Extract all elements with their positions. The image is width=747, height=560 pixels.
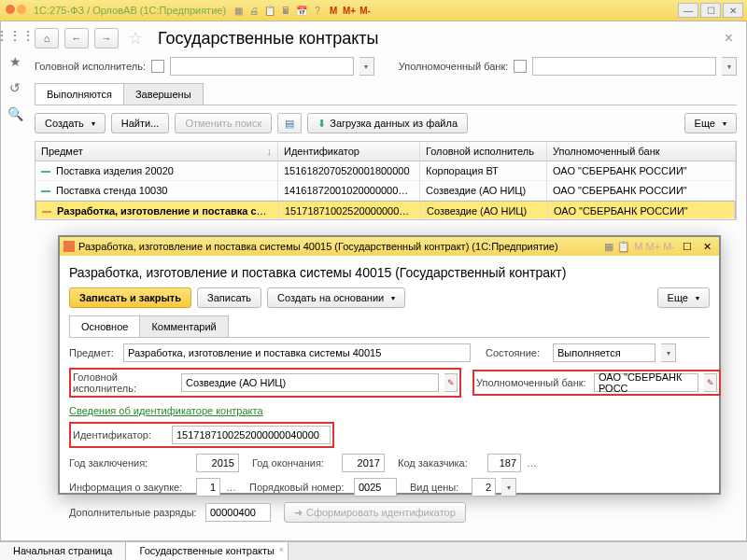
more-button[interactable]: Еще▾ [684,113,737,133]
filter-exec-select[interactable] [170,57,354,76]
tab-finished[interactable]: Завершены [123,83,204,105]
input-price-kind[interactable]: 2 [472,478,496,497]
load-from-file-button[interactable]: ⬇Загрузка данных из файла [307,113,468,133]
bank-lookup-icon[interactable]: ✎ [704,373,717,392]
col-exec[interactable]: Головной исполнитель [420,142,547,161]
generate-id-button[interactable]: ➜Сформировать идентификатор [284,502,466,523]
price-dropdown[interactable]: ▾ [501,478,516,497]
input-state[interactable]: Выполняется [553,343,655,362]
m-button[interactable]: M [327,4,340,17]
filter-exec-dropdown[interactable]: ▾ [359,57,374,76]
filter-exec-label: Головной исполнитель: [35,61,146,72]
list-settings-icon[interactable]: ▤ [277,113,302,133]
m-minus-button[interactable]: M- [359,4,372,17]
left-sidebar: ⋮⋮⋮ ★ ↺ 🔍 [1,21,29,540]
table-row[interactable]: Разработка, изготовление и поставка сист… [35,201,736,219]
input-subject[interactable]: Разработка, изготовление и поставка сист… [123,343,471,362]
star-icon[interactable]: ★ [7,53,23,70]
forward-button[interactable]: → [94,28,119,49]
maximize-button[interactable]: ☐ [700,3,721,18]
filter-bank-dropdown[interactable]: ▾ [722,57,737,76]
close-tab-icon[interactable]: × [279,545,284,554]
input-bank[interactable]: ОАО "СБЕРБАНК РОСС [594,373,698,392]
close-page-button[interactable]: × [721,30,737,47]
favorite-icon[interactable]: ☆ [128,28,143,49]
system-tool-icons: ▦ 🖨 📋 🖩 📅 ? M M+ M- [232,4,372,17]
input-year-start[interactable]: 2015 [196,454,239,472]
proc-more-button[interactable]: … [226,482,236,493]
label-customer-code: Код заказчика: [398,457,482,469]
clipboard-icon[interactable]: 📋 [263,4,276,17]
col-subject[interactable]: Предмет↓ [35,142,278,161]
input-seq[interactable]: 0025 [354,478,397,497]
dialog-more-button[interactable]: Еще▾ [657,287,710,308]
input-extra[interactable]: 00000400 [205,503,271,522]
tab-active[interactable]: Выполняются [35,83,124,105]
help-icon[interactable]: ? [311,4,324,17]
filter-exec-checkbox[interactable] [151,60,164,73]
input-year-end[interactable]: 2017 [342,454,385,472]
label-year-start: Год заключения: [69,457,190,469]
dialog-window-title: Разработка, изготовление и поставка сист… [78,241,558,252]
create-button[interactable]: Создать▾ [35,113,106,133]
dialog-m[interactable]: M M+ M- [634,241,675,252]
find-button[interactable]: Найти... [111,113,170,133]
home-button[interactable]: ⌂ [35,28,59,49]
label-seq: Порядковый номер: [249,482,348,493]
calendar-icon[interactable]: 📅 [295,4,308,17]
input-procurement[interactable]: 1 [196,478,220,497]
page-title: Государственные контракты [158,29,378,49]
dialog-restore-button[interactable]: ☐ [679,241,696,253]
label-bank: Уполномоченный банк: [476,377,588,388]
dialog-heading: Разработка, изготовление и поставка сист… [69,265,710,280]
menu-icon[interactable]: ▦ [232,4,245,17]
dialog-tool-icon[interactable]: ▦ [604,241,613,253]
exec-lookup-icon[interactable]: ✎ [444,373,458,392]
bottom-tab-home[interactable]: Начальная страница [0,542,126,560]
save-close-button[interactable]: Записать и закрыть [69,287,191,308]
label-id: Идентификатор: [73,429,166,441]
dialog-tab-main[interactable]: Основное [69,315,140,337]
table-row[interactable]: Поставка стенда 10030 141618720010200000… [35,181,736,201]
print-icon[interactable]: 🖨 [247,4,261,17]
state-dropdown[interactable]: ▾ [661,343,676,362]
filter-bank-checkbox[interactable] [514,60,527,73]
contract-dialog: Разработка, изготовление и поставка сист… [58,235,721,495]
create-based-button[interactable]: Создать на основании▾ [267,287,405,308]
window-title: 1С:275-ФЗ / ОрловАВ (1С:Предприятие) [34,5,226,16]
bottom-tab-contracts[interactable]: Государственные контракты× [126,542,289,560]
label-price-kind: Вид цены: [410,482,466,493]
label-subject: Предмет: [69,347,118,358]
dialog-tab-comment[interactable]: Комментарий [139,315,228,337]
label-procurement: Информация о закупке: [69,482,190,493]
cancel-find-button[interactable]: Отменить поиск [175,113,272,133]
history-icon[interactable]: ↺ [7,79,23,96]
save-button[interactable]: Записать [197,287,261,308]
calc-icon[interactable]: 🖩 [279,4,292,17]
customer-more-button[interactable]: … [527,457,537,469]
bank-group-highlight: Уполномоченный банк: ОАО "СБЕРБАНК РОСС✎ [472,370,721,396]
label-state: Состояние: [486,347,547,358]
search-icon[interactable]: 🔍 [7,105,23,122]
dialog-tool-icon[interactable]: 📋 [617,241,630,253]
label-exec: Головной исполнитель: [73,371,176,394]
id-group-highlight: Идентификатор: 1517187100252000000040000 [69,422,334,448]
label-year-end: Год окончания: [252,457,336,469]
dialog-close-button[interactable]: ✕ [699,241,715,253]
col-id[interactable]: Идентификатор [278,142,420,161]
grid-icon[interactable]: ⋮⋮⋮ [7,27,23,44]
col-bank[interactable]: Уполномоченный банк [547,142,736,161]
table-row[interactable]: Поставка изделия 20020 15161820705200018… [35,161,736,181]
label-extra: Дополнительные разряды: [69,507,200,518]
input-exec[interactable]: Созвездие (АО НИЦ) [181,373,439,392]
close-button[interactable]: ✕ [723,3,743,18]
input-id[interactable]: 1517187100252000000040000 [172,426,331,444]
minimize-button[interactable]: — [678,3,698,18]
filter-bank-select[interactable] [532,57,716,76]
back-button[interactable]: ← [64,28,89,49]
input-customer-code[interactable]: 187 [487,454,521,472]
dialog-titlebar: Разработка, изготовление и поставка сист… [60,237,719,256]
window-titlebar: 1С:275-ФЗ / ОрловАВ (1С:Предприятие) ▦ 🖨… [0,0,747,21]
contracts-table: Предмет↓ Идентификатор Головной исполнит… [35,141,737,220]
m-plus-button[interactable]: M+ [343,4,356,17]
